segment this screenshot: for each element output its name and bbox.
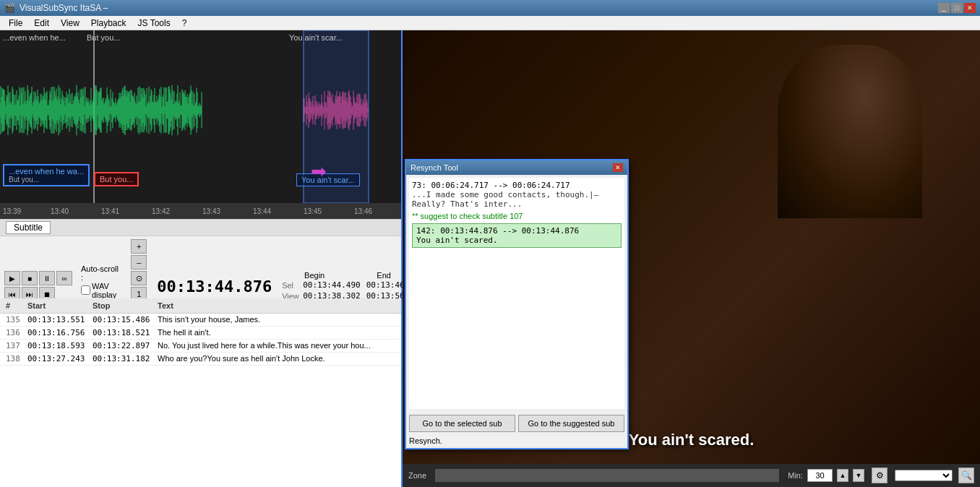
time-tick-5: 13:44 (253, 207, 271, 215)
time-tick-7: 13:46 (354, 207, 372, 215)
dialog-titlebar: Resynch Tool ✕ (406, 160, 627, 175)
th-stop: Stop (90, 300, 155, 311)
sel-begin-val: 00:13:44.490 (303, 280, 360, 290)
td-start: 00:13:27.243 (25, 353, 90, 364)
td-start: 00:13:18.593 (25, 340, 90, 351)
time-ruler: 13:39 13:40 13:41 13:42 13:43 13:44 13:4… (0, 203, 401, 219)
waveform-area: ...even when he... But you... You ain't … (0, 30, 401, 219)
dialog-buttons: Go to the selected sub Go to the suggest… (406, 412, 627, 435)
resynch-dialog: Resynch Tool ✕ 73: 00:06:24.717 --> 00:0… (405, 159, 629, 449)
wave-sub-box-3: You ain't scar... (296, 173, 360, 186)
dialog-close-btn[interactable]: ✕ (613, 163, 623, 172)
table-header: # Start Stop Text (0, 298, 401, 314)
left-panel: ...even when he... But you... You ain't … (0, 30, 403, 487)
subtitle-tab[interactable]: Subtitle (6, 221, 51, 234)
time-tick-0: 13:39 (3, 207, 21, 215)
titlebar: 🎬 VisualSubSync ItaSA – _ □ ✕ (0, 0, 980, 16)
menu-view[interactable]: View (55, 17, 85, 30)
autoscroll-label: Auto-scroll : (81, 264, 122, 282)
titlebar-close-btn[interactable]: ✕ (964, 3, 976, 13)
app-title: VisualSubSync ItaSA – (20, 3, 108, 13)
menu-playback[interactable]: Playback (85, 17, 132, 30)
entry1-text: ...I made some good contacts, though.|– … (412, 190, 598, 209)
entry1-ts: 00:06:24.717 --> 00:06:24.717 (431, 181, 570, 190)
wave-sub-box-2: But you... (94, 172, 139, 186)
entry2-ts: 00:13:44.876 --> 00:13:44.876 (440, 226, 579, 236)
time-tick-6: 13:45 (304, 207, 322, 215)
video-controls-bar: Zone Min: 30 ▲ ▼ ⚙ 🔍 (403, 464, 980, 487)
min-up-btn[interactable]: ▲ (837, 469, 848, 482)
pause-btn[interactable]: ⏸ (39, 271, 55, 285)
app-icon: 🎬 (4, 3, 15, 13)
video-search-btn[interactable]: 🔍 (958, 467, 974, 483)
table-row[interactable]: 135 00:13:13.551 00:13:15.486 This isn't… (0, 314, 401, 327)
dialog-entry-1: 73: 00:06:24.717 --> 00:06:24.717 ...I m… (412, 181, 622, 209)
table-row[interactable]: 137 00:13:18.593 00:13:22.897 No. You ju… (0, 340, 401, 353)
td-num: 137 (3, 340, 25, 351)
time-tick-2: 13:41 (101, 207, 119, 215)
table-area: # Start Stop Text 135 00:13:13.551 00:13… (0, 298, 401, 487)
controls-area: Subtitle ▶ ■ ⏸ ∞ ⏮ ⏭ ⏹ (0, 219, 401, 298)
entry1-id: 73: (412, 181, 426, 190)
min-value: 30 (807, 469, 833, 482)
titlebar-max-btn[interactable]: □ (951, 3, 963, 13)
video-dropdown[interactable] (895, 470, 953, 481)
td-num: 135 (3, 314, 25, 325)
table-body: 135 00:13:13.551 00:13:15.486 This isn't… (0, 314, 401, 366)
td-stop: 00:13:18.521 (90, 327, 155, 338)
zoom-out-btn[interactable]: – (131, 255, 147, 270)
wave-top-label-1: ...even when he... (3, 33, 66, 42)
goto-selected-btn[interactable]: Go to the selected sub (409, 415, 515, 432)
loop-btn[interactable]: ∞ (56, 271, 72, 285)
menu-help[interactable]: ? (176, 17, 193, 30)
menu-jstools[interactable]: JS Tools (132, 17, 176, 30)
td-text: The hell it ain't. (155, 327, 398, 338)
table-row[interactable]: 136 00:13:16.756 00:13:18.521 The hell i… (0, 327, 401, 340)
goto-suggested-btn[interactable]: Go to the suggested sub (518, 415, 624, 432)
td-num: 136 (3, 327, 25, 338)
menu-file[interactable]: File (3, 17, 28, 30)
wave-top-label-2: But you... (87, 33, 120, 42)
time-tick-1: 13:40 (51, 207, 69, 215)
td-text: This isn't your house, James. (155, 314, 398, 325)
stop-btn[interactable]: ■ (22, 271, 38, 285)
td-start: 00:13:13.551 (25, 314, 90, 325)
td-stop: 00:13:31.182 (90, 353, 155, 364)
min-down-btn[interactable]: ▼ (853, 469, 864, 482)
wave-top-label-3: You ain't scar... (289, 33, 343, 42)
time-tick-4: 13:43 (202, 207, 220, 215)
wave-sub-box-1: ...even when he wa... But you... (3, 164, 90, 186)
play-btn[interactable]: ▶ (4, 271, 20, 285)
table-row[interactable]: 138 00:13:27.243 00:13:31.182 Who are yo… (0, 353, 401, 366)
th-text: Text (155, 300, 398, 311)
min-label: Min: (788, 471, 803, 480)
dialog-resynch-bar: Resynch. (406, 435, 627, 448)
th-num: # (3, 300, 25, 311)
entry2-id: 142: (416, 226, 436, 236)
waveform-canvas (0, 30, 401, 219)
wav-display-checkbox-label[interactable]: WAV display (81, 282, 122, 299)
dialog-content: 73: 00:06:24.717 --> 00:06:24.717 ...I m… (409, 178, 624, 409)
menubar: File Edit View Playback JS Tools ? (0, 16, 980, 30)
td-text: Who are you?You sure as hell ain't John … (155, 353, 398, 364)
resynch-label: Resynch. (409, 436, 442, 445)
zoom-in-btn[interactable]: + (131, 239, 147, 254)
dialog-suggest-text: ** suggest to check subtitle 107 (412, 212, 622, 220)
td-start: 00:13:16.756 (25, 327, 90, 338)
arrow-right-icon: ➡ (311, 160, 327, 183)
menu-edit[interactable]: Edit (28, 17, 55, 30)
video-settings-btn[interactable]: ⚙ (872, 467, 887, 483)
titlebar-min-btn[interactable]: _ (938, 3, 950, 13)
time-tick-3: 13:42 (152, 207, 170, 215)
wav-display-checkbox[interactable] (81, 285, 90, 295)
zoom-fit-btn[interactable]: ⊙ (131, 271, 147, 285)
td-stop: 00:13:15.486 (90, 314, 155, 325)
dialog-title-text: Resynch Tool (411, 163, 613, 172)
td-stop: 00:13:22.897 (90, 340, 155, 351)
sel-label: Sel (282, 281, 300, 290)
zone-label: Zone (408, 471, 426, 480)
th-start: Start (25, 300, 90, 311)
entry2-text: You ain't scared. (416, 236, 498, 245)
dialog-highlight-entry: 142: 00:13:44.876 --> 00:13:44.876 You a… (412, 223, 622, 248)
sub-tab: Subtitle (0, 220, 401, 236)
